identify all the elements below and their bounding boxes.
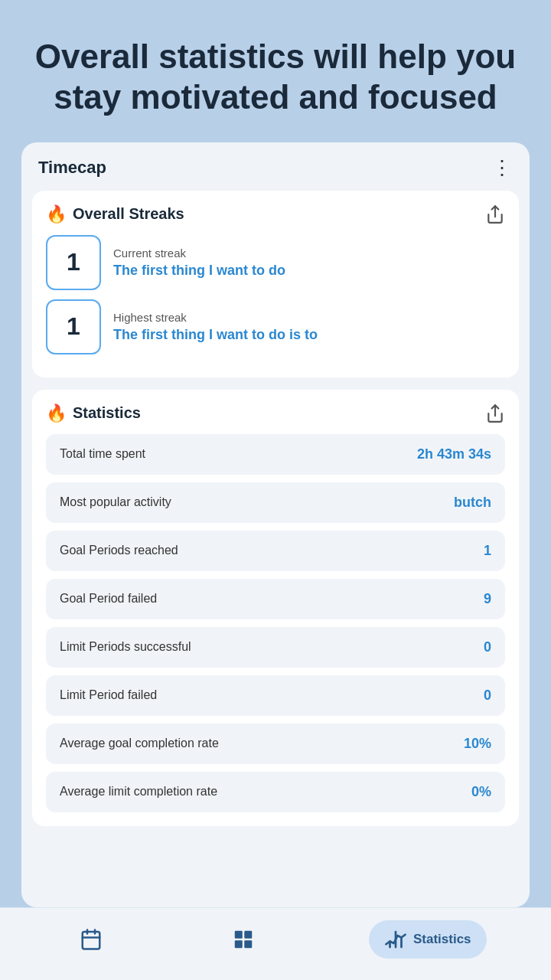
current-streak-number: 1 (46, 235, 101, 290)
nav-statistics[interactable]: Statistics (369, 920, 487, 959)
stat-value-avg-goal: 10% (464, 736, 491, 752)
stat-label-goal-reached: Goal Periods reached (60, 544, 178, 557)
stat-row-popular-activity: Most popular activity butch (46, 482, 505, 523)
stat-row-goal-reached: Goal Periods reached 1 (46, 531, 505, 571)
stat-label-total-time: Total time spent (60, 447, 145, 461)
calendar-icon (80, 928, 103, 951)
stat-label-popular-activity: Most popular activity (60, 495, 171, 509)
highest-streak-number: 1 (46, 299, 101, 354)
svg-rect-2 (83, 932, 100, 949)
stat-value-limit-successful: 0 (484, 639, 491, 655)
stat-label-limit-failed: Limit Period failed (60, 688, 157, 702)
stat-value-goal-failed: 9 (484, 591, 491, 607)
header-section: Overall statistics will help you stay mo… (0, 0, 551, 142)
current-streak-info: Current streak The first thing I want to… (113, 247, 285, 279)
stat-label-avg-limit: Average limit completion rate (60, 785, 217, 799)
highest-streak-item: 1 Highest streak The first thing I want … (46, 299, 505, 354)
stat-row-total-time: Total time spent 2h 43m 34s (46, 434, 505, 475)
stat-label-limit-successful: Limit Periods successful (60, 640, 191, 654)
nav-grid[interactable] (217, 920, 270, 959)
more-options-button[interactable]: ⋮ (492, 156, 513, 180)
stat-label-goal-failed: Goal Period failed (60, 592, 157, 606)
stat-row-avg-limit: Average limit completion rate 0% (46, 772, 505, 812)
statistics-block: 🔥 Statistics Total time spent 2h 43m 34s… (32, 390, 519, 826)
page-title: Overall statistics will help you stay mo… (28, 37, 523, 118)
main-card: Timecap ⋮ 🔥 Overall Streaks 1 Current st… (21, 142, 530, 907)
stat-value-popular-activity: butch (454, 495, 491, 511)
stat-value-goal-reached: 1 (484, 543, 491, 559)
stat-row-limit-successful: Limit Periods successful 0 (46, 627, 505, 668)
current-streak-activity: The first thing I want to do (113, 263, 285, 279)
stat-value-total-time: 2h 43m 34s (417, 446, 491, 462)
highest-streak-activity: The first thing I want to do is to (113, 327, 318, 343)
flame-icon: 🔥 (46, 204, 67, 224)
highest-streak-label: Highest streak (113, 311, 318, 324)
statistics-icon (384, 928, 407, 951)
stat-value-avg-limit: 0% (471, 784, 491, 800)
grid-icon (232, 928, 255, 951)
svg-rect-7 (244, 931, 252, 939)
streaks-share-icon[interactable] (485, 204, 505, 224)
highest-streak-info: Highest streak The first thing I want to… (113, 311, 318, 343)
app-name: Timecap (38, 158, 106, 178)
svg-rect-6 (235, 931, 243, 939)
current-streak-item: 1 Current streak The first thing I want … (46, 235, 505, 290)
stat-row-limit-failed: Limit Period failed 0 (46, 675, 505, 716)
statistics-share-icon[interactable] (485, 403, 505, 423)
svg-rect-8 (235, 940, 243, 948)
streaks-title-row: 🔥 Overall Streaks (46, 204, 505, 224)
streaks-title: 🔥 Overall Streaks (46, 204, 184, 224)
bottom-nav: Statistics (0, 907, 551, 980)
card-header: Timecap ⋮ (21, 142, 530, 191)
current-streak-label: Current streak (113, 247, 285, 260)
nav-calendar[interactable] (64, 920, 118, 959)
stat-row-goal-failed: Goal Period failed 9 (46, 579, 505, 619)
overall-streaks-block: 🔥 Overall Streaks 1 Current streak The f… (32, 191, 519, 377)
stat-row-avg-goal: Average goal completion rate 10% (46, 724, 505, 764)
statistics-title: 🔥 Statistics (46, 403, 141, 423)
stat-value-limit-failed: 0 (484, 688, 491, 704)
statistics-title-row: 🔥 Statistics (46, 403, 505, 423)
stat-label-avg-goal: Average goal completion rate (60, 737, 219, 750)
svg-rect-9 (244, 940, 252, 948)
stats-flame-icon: 🔥 (46, 403, 67, 423)
nav-statistics-label: Statistics (413, 932, 471, 947)
